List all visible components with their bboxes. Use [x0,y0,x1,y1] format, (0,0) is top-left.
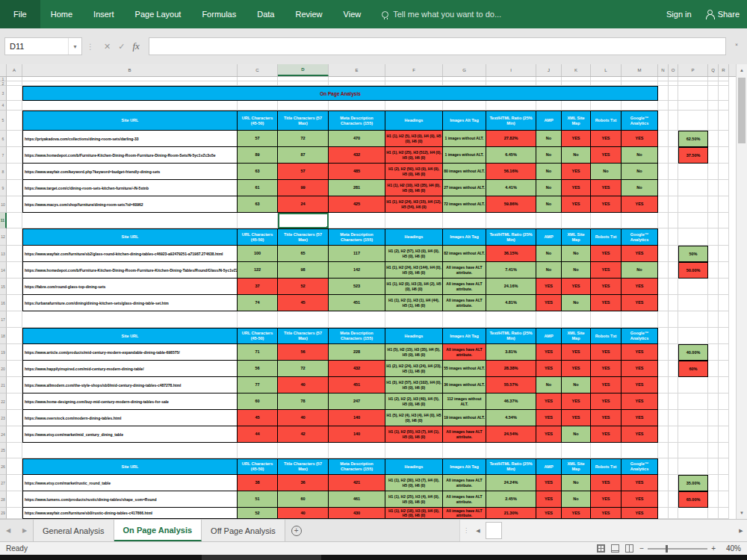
metric-cell[interactable]: 247 [329,393,385,410]
table-header-cell[interactable]: XML Site Map [562,111,591,131]
grid-cell[interactable] [678,101,708,111]
site-url-cell[interactable]: https://www.wayfair.com/keyword.php?keyw… [22,164,238,180]
metric-cell[interactable]: 2.45% [486,491,536,508]
metric-cell[interactable]: YES [536,279,562,295]
grid-cell[interactable] [562,101,591,111]
grid-cell[interactable] [238,311,278,328]
metric-cell[interactable]: YES [591,180,622,196]
metric-cell[interactable]: YES [622,426,658,443]
metric-cell[interactable]: H1 (1), H2 (24), H3 (144), H4 (0), H5 (0… [385,262,443,279]
metric-cell[interactable]: YES [562,164,591,180]
grid-cell[interactable] [7,328,22,344]
grid-cell[interactable] [708,426,719,443]
metric-cell[interactable]: No [562,262,591,279]
metric-cell[interactable]: All images have ALT attribute. [443,279,486,295]
metric-cell[interactable]: 40 [278,508,329,519]
grid-cell[interactable] [7,86,22,101]
metric-cell[interactable]: 485 [329,164,385,180]
table-header-cell[interactable]: URL Characters (45-50) [238,458,278,475]
row-header-20[interactable]: 20 [0,361,7,377]
metric-cell[interactable]: 46.37% [486,393,536,410]
metric-cell[interactable]: 52 [278,279,329,295]
grid-cell[interactable] [385,311,443,328]
grid-cell[interactable] [708,361,719,377]
row-header-21[interactable]: 21 [0,377,7,393]
table-header-cell[interactable]: AMP [536,111,562,131]
metric-cell[interactable]: 99 [278,180,329,196]
metric-cell[interactable]: H1 (5), H2 (4), H3 (4), H4 (0), H5 (0), … [385,410,443,426]
scroll-up-icon[interactable]: ▲ [737,64,747,76]
row-header-16[interactable]: 16 [0,295,7,311]
zoom-out-icon[interactable]: − [639,544,644,553]
grid-cell[interactable] [669,508,678,519]
grid-cell[interactable] [591,311,622,328]
column-header-Q[interactable]: Q [708,64,719,76]
column-header-N[interactable]: N [658,64,669,76]
grid-cell[interactable] [678,508,708,519]
metric-cell[interactable]: No [536,246,562,262]
metric-cell[interactable]: 38 [238,475,278,491]
metric-cell[interactable]: 470 [329,131,385,147]
grid-cell[interactable] [622,101,658,111]
name-box[interactable]: D11 ▾ [4,37,82,55]
grid-cell[interactable] [278,101,329,111]
grid-cell[interactable] [7,426,22,443]
metric-cell[interactable]: 59.86% [486,196,536,213]
table-header-cell[interactable]: Title Characters (57 Max) [278,328,329,344]
table-header-cell[interactable]: Text/HTML Ratio (25% Min) [486,458,536,475]
grid-cell[interactable] [7,393,22,410]
grid-cell[interactable] [622,213,658,228]
grid-cell[interactable] [719,393,729,410]
table-header-cell[interactable]: XML Site Map [562,228,591,246]
grid-cell[interactable] [678,164,708,180]
grid-cell[interactable] [329,213,385,228]
table-header-cell[interactable]: AMP [536,228,562,246]
table-header-cell[interactable]: AMP [536,328,562,344]
grid-cell[interactable] [591,213,622,228]
new-sheet-button[interactable]: + [285,520,308,541]
grid-cell[interactable] [678,295,708,311]
metric-cell[interactable]: 40 [278,377,329,393]
grid-cell[interactable] [7,458,22,475]
metric-cell[interactable]: H1 (2), H2 (50), H3 (0), H4 (0), H5 (0),… [385,164,443,180]
grid-cell[interactable] [22,213,238,228]
row-header-19[interactable]: 19 [0,344,7,361]
row-header-27[interactable]: 27 [0,475,7,491]
grid-cell[interactable] [708,443,719,458]
grid-cell[interactable] [708,377,719,393]
metric-cell[interactable]: 40 [278,410,329,426]
metric-cell[interactable]: 56 [278,344,329,361]
grid-cell[interactable] [678,393,708,410]
grid-cell[interactable] [669,147,678,164]
metric-cell[interactable]: 72 [278,131,329,147]
metric-cell[interactable]: YES [622,246,658,262]
grid-cell[interactable] [658,475,669,491]
normal-view-icon[interactable] [597,544,605,553]
grid-cell[interactable] [719,131,729,147]
grid-cell[interactable] [562,213,591,228]
formula-bar-expand-icon[interactable]: ˟ [731,43,743,50]
site-url-cell[interactable]: https://www.home-designing.com/buy-mid-c… [22,393,238,410]
site-url-cell[interactable]: https://www.etsy.com/market/mid_century_… [22,426,238,443]
metric-cell[interactable]: YES [591,361,622,377]
metric-cell[interactable]: YES [591,295,622,311]
metric-cell[interactable]: YES [591,475,622,491]
grid-cell[interactable] [7,262,22,279]
table-header-cell[interactable]: Images Alt Tag [443,458,486,475]
metric-cell[interactable]: YES [562,196,591,213]
grid-cell[interactable] [719,262,729,279]
table-header-cell[interactable]: Site URL [22,228,238,246]
grid-cell[interactable] [7,101,22,111]
grid-cell[interactable] [238,443,278,458]
row-header-9[interactable]: 9 [0,180,7,196]
score-cell[interactable]: 62.50% [678,131,708,147]
grid-cell[interactable] [658,410,669,426]
grid-cell[interactable] [658,377,669,393]
grid-cell[interactable] [708,196,719,213]
metric-cell[interactable]: YES [591,410,622,426]
grid-cell[interactable] [669,164,678,180]
grid-cell[interactable] [7,508,22,519]
ribbon-tab-insert[interactable]: Insert [83,0,125,28]
site-url-cell[interactable]: https://www.macys.com/shop/furniture/din… [22,196,238,213]
grid-cell[interactable] [669,196,678,213]
